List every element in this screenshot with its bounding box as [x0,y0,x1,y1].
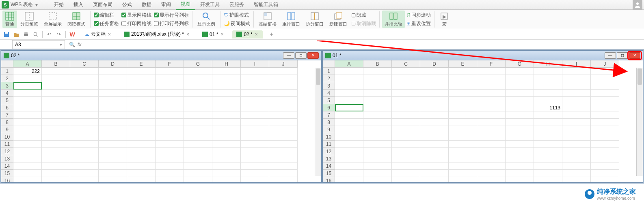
cell[interactable]: 1113 [534,104,562,111]
cell[interactable] [591,104,619,111]
cell[interactable] [212,97,241,104]
cell[interactable] [70,126,99,133]
cell[interactable] [184,133,212,141]
cell[interactable] [420,133,449,141]
menu-start[interactable]: 开始 [49,0,69,10]
row-header[interactable]: 11 [323,141,335,148]
cell[interactable] [269,75,298,82]
col-header[interactable]: B [363,60,392,68]
row-header[interactable]: 2 [1,75,13,82]
cell[interactable] [392,111,420,119]
cell[interactable] [363,119,392,126]
cell[interactable] [13,177,42,182]
view-fullscreen-button[interactable]: 全屏显示 [41,11,64,28]
new-window-button[interactable]: 新建窗口 [327,11,350,28]
cell[interactable] [156,177,184,182]
macro-button[interactable]: ▶ 宏 [437,11,452,28]
cell[interactable] [42,119,70,126]
cell[interactable] [363,170,392,177]
cell[interactable] [42,126,70,133]
chk-formula-bar[interactable]: 编辑栏 [93,11,120,19]
chk-task-pane[interactable]: 任务窗格 [93,20,120,28]
cell[interactable] [420,111,449,119]
cell[interactable] [534,82,562,90]
cell[interactable] [335,170,363,177]
arrange-button[interactable]: 重排窗口 [280,11,303,28]
cell[interactable] [335,104,363,111]
cell[interactable] [42,170,70,177]
cell[interactable] [363,82,392,90]
cell[interactable] [13,162,42,170]
cell[interactable] [363,97,392,104]
cell[interactable] [363,111,392,119]
cell[interactable] [363,68,392,75]
col-header[interactable]: J [269,60,298,68]
cell[interactable] [184,97,212,104]
cell[interactable] [42,133,70,141]
cell[interactable] [241,133,269,141]
cell[interactable] [99,75,127,82]
sheet-right[interactable]: ABCDEFGHIJ123456789101112131415161113 [323,60,643,182]
cell[interactable] [212,111,241,119]
cell[interactable] [420,141,449,148]
cell[interactable] [506,155,534,162]
tab-close-icon[interactable]: × [186,32,190,37]
pane-close-button[interactable]: ✕ [307,52,319,59]
cell[interactable] [534,75,562,82]
cell[interactable] [127,170,156,177]
row-header[interactable]: 3 [323,82,335,90]
cell[interactable] [335,148,363,155]
cell[interactable] [156,126,184,133]
col-header[interactable]: G [184,60,212,68]
cell[interactable] [562,126,591,133]
cell[interactable] [269,141,298,148]
cell[interactable] [420,119,449,126]
col-header[interactable]: F [156,60,184,68]
cell[interactable] [449,104,477,111]
cell[interactable] [392,68,420,75]
row-header[interactable]: 2 [323,75,335,82]
cell[interactable] [335,111,363,119]
menu-view[interactable]: 视图 [176,0,195,10]
cell[interactable] [70,104,99,111]
cell[interactable] [506,133,534,141]
cell[interactable] [562,111,591,119]
cell[interactable] [335,82,363,90]
pane-minimize-button[interactable]: — [283,52,294,59]
row-header[interactable]: 1 [323,68,335,75]
select-all-corner[interactable] [1,60,13,68]
cell[interactable] [99,148,127,155]
cell[interactable] [562,162,591,170]
cell[interactable] [506,75,534,82]
row-header[interactable]: 15 [1,170,13,177]
cell[interactable] [392,126,420,133]
row-header[interactable]: 12 [1,148,13,155]
cell[interactable] [269,148,298,155]
cell[interactable] [420,90,449,97]
cell[interactable] [127,162,156,170]
cell[interactable] [591,162,619,170]
cell[interactable] [127,133,156,141]
cell[interactable] [184,90,212,97]
cell[interactable] [477,133,506,141]
row-header[interactable]: 15 [323,170,335,177]
fx-label[interactable]: fx [78,42,81,47]
cell[interactable] [13,97,42,104]
cell[interactable] [420,162,449,170]
cell[interactable] [591,155,619,162]
cell[interactable] [477,141,506,148]
menu-data[interactable]: 数据 [137,0,156,10]
doc-tab-1[interactable]: 01 * × [198,30,228,38]
col-header[interactable]: J [591,60,619,68]
menu-cloud[interactable]: 云服务 [225,0,249,10]
cell[interactable] [212,104,241,111]
side-by-side-button[interactable]: 并排比较 [382,11,405,28]
cell[interactable] [562,119,591,126]
cell[interactable] [335,155,363,162]
cell[interactable] [156,170,184,177]
cell[interactable] [420,155,449,162]
cell[interactable] [420,126,449,133]
cell[interactable] [70,155,99,162]
cell[interactable] [99,170,127,177]
cell[interactable] [392,177,420,182]
